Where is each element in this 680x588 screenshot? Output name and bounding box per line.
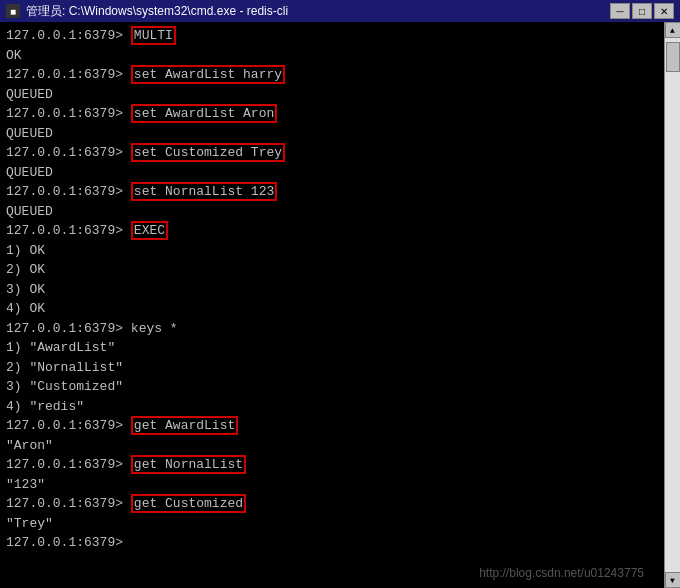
terminal-line: 4) "redis"	[6, 397, 658, 417]
prompt: 127.0.0.1:6379>	[6, 184, 131, 199]
terminal-line: "123"	[6, 475, 658, 495]
terminal-line: QUEUED	[6, 85, 658, 105]
scroll-down-button[interactable]: ▼	[665, 572, 681, 588]
terminal-line: 1) "AwardList"	[6, 338, 658, 358]
app-icon: ■	[6, 4, 20, 18]
terminal-line: QUEUED	[6, 202, 658, 222]
command: keys *	[131, 321, 178, 336]
command-highlight: get NornalList	[131, 455, 246, 474]
watermark: http://blog.csdn.net/u01243775	[479, 566, 644, 580]
terminal-line: 127.0.0.1:6379> keys *	[6, 319, 658, 339]
prompt: 127.0.0.1:6379>	[6, 535, 131, 550]
prompt: 127.0.0.1:6379>	[6, 457, 131, 472]
prompt: 127.0.0.1:6379>	[6, 223, 131, 238]
command-highlight: set AwardList harry	[131, 65, 285, 84]
command-highlight: get Customized	[131, 494, 246, 513]
prompt: 127.0.0.1:6379>	[6, 67, 131, 82]
terminal-line: 2) OK	[6, 260, 658, 280]
terminal-line: 127.0.0.1:6379> MULTI	[6, 26, 658, 46]
scrollbar[interactable]: ▲ ▼	[664, 22, 680, 588]
window-title: 管理员: C:\Windows\system32\cmd.exe - redis…	[26, 3, 288, 20]
command-highlight: set Customized Trey	[131, 143, 285, 162]
terminal-line: 127.0.0.1:6379> get NornalList	[6, 455, 658, 475]
command-highlight: get AwardList	[131, 416, 238, 435]
prompt: 127.0.0.1:6379>	[6, 321, 131, 336]
scroll-track	[665, 38, 680, 572]
command-highlight: EXEC	[131, 221, 168, 240]
terminal-line: 2) "NornalList"	[6, 358, 658, 378]
terminal-line: OK	[6, 46, 658, 66]
window-controls[interactable]: ─ □ ✕	[610, 3, 674, 19]
terminal-line: QUEUED	[6, 124, 658, 144]
prompt: 127.0.0.1:6379>	[6, 145, 131, 160]
scroll-up-button[interactable]: ▲	[665, 22, 681, 38]
maximize-button[interactable]: □	[632, 3, 652, 19]
terminal-line: "Aron"	[6, 436, 658, 456]
terminal-line: "Trey"	[6, 514, 658, 534]
terminal-line: 127.0.0.1:6379> set NornalList 123	[6, 182, 658, 202]
terminal-line: 3) OK	[6, 280, 658, 300]
title-bar: ■ 管理员: C:\Windows\system32\cmd.exe - red…	[0, 0, 680, 22]
prompt: 127.0.0.1:6379>	[6, 418, 131, 433]
terminal-line: 127.0.0.1:6379> set Customized Trey	[6, 143, 658, 163]
terminal-line: 127.0.0.1:6379> set AwardList harry	[6, 65, 658, 85]
terminal-wrapper: 127.0.0.1:6379> MULTIOK127.0.0.1:6379> s…	[0, 22, 680, 588]
terminal-line: 127.0.0.1:6379>	[6, 533, 658, 553]
terminal-line: 127.0.0.1:6379> set AwardList Aron	[6, 104, 658, 124]
terminal-line: 127.0.0.1:6379> get Customized	[6, 494, 658, 514]
terminal-line: 127.0.0.1:6379> get AwardList	[6, 416, 658, 436]
minimize-button[interactable]: ─	[610, 3, 630, 19]
title-bar-left: ■ 管理员: C:\Windows\system32\cmd.exe - red…	[6, 3, 288, 20]
prompt: 127.0.0.1:6379>	[6, 496, 131, 511]
prompt: 127.0.0.1:6379>	[6, 28, 131, 43]
command-highlight: set NornalList 123	[131, 182, 277, 201]
command-highlight: MULTI	[131, 26, 176, 45]
close-button[interactable]: ✕	[654, 3, 674, 19]
terminal-line: 127.0.0.1:6379> EXEC	[6, 221, 658, 241]
terminal-line: 4) OK	[6, 299, 658, 319]
prompt: 127.0.0.1:6379>	[6, 106, 131, 121]
terminal-line: QUEUED	[6, 163, 658, 183]
terminal-line: 1) OK	[6, 241, 658, 261]
scroll-thumb[interactable]	[666, 42, 680, 72]
terminal-line: 3) "Customized"	[6, 377, 658, 397]
terminal-body[interactable]: 127.0.0.1:6379> MULTIOK127.0.0.1:6379> s…	[0, 22, 664, 588]
command-highlight: set AwardList Aron	[131, 104, 277, 123]
